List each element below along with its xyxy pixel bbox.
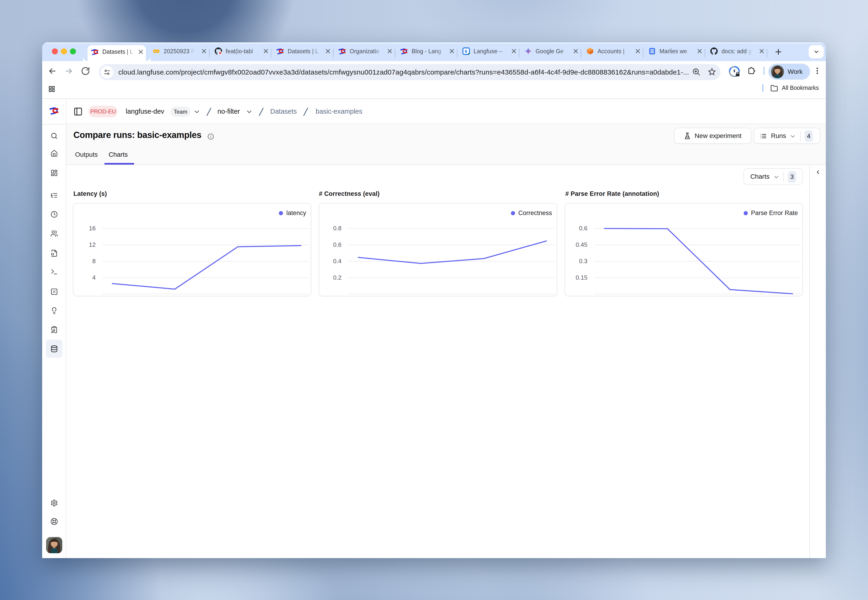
svg-text:6: 6 [465,49,467,54]
